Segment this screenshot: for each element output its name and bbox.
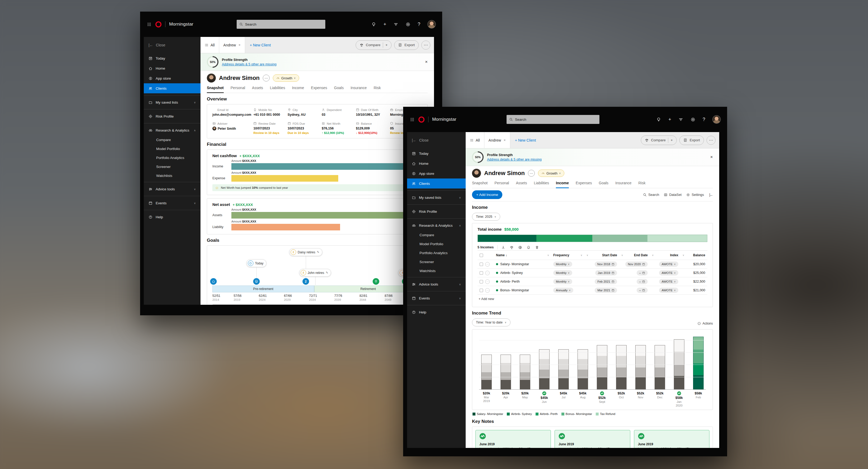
goal-tooltip-daisy-retires[interactable]: Daisy retires✎ <box>289 248 322 256</box>
client-more-button[interactable]: ⋯ <box>263 75 270 81</box>
trash-icon[interactable] <box>535 245 539 249</box>
table-row[interactable]: ⋯ Salary- Morningstar Monthly ∨ Nov 2018… <box>477 260 707 269</box>
bar-feb[interactable] <box>693 337 704 390</box>
banner-close-icon[interactable]: × <box>425 59 428 65</box>
new-client-button[interactable]: + New Client <box>510 132 541 148</box>
add-new-row-button[interactable]: + Add new <box>477 295 707 303</box>
bar-may[interactable] <box>520 355 530 390</box>
user-avatar[interactable] <box>712 115 721 124</box>
bar-jun[interactable] <box>539 349 550 390</box>
risk-profile-pill[interactable]: Growth ∨ <box>538 169 564 177</box>
plus-icon[interactable]: + <box>668 117 671 122</box>
key-note-card[interactable]: June 2019 Income is up by 100% from 20k … <box>634 430 709 448</box>
index-dropdown[interactable]: AWOTE ∨ <box>659 262 678 267</box>
sidebar-subitem-portfolio-analytics[interactable]: Portfolio Analytics <box>407 248 466 257</box>
index-dropdown[interactable]: AWOTE ∨ <box>659 279 678 284</box>
column-header-balance[interactable]: ∨Balance <box>680 253 707 257</box>
sidebar-subitem-model-portfolio[interactable]: Model Portfolio <box>144 144 200 153</box>
frequency-dropdown[interactable]: Annually ∨ <box>553 288 573 293</box>
banner-close-icon[interactable]: × <box>710 155 713 160</box>
sidebar-close-button[interactable]: |←Close <box>144 37 200 53</box>
sidebar-item-my-saved-lists[interactable]: My saved lists∨ <box>407 193 466 202</box>
question-icon[interactable]: ? <box>703 117 705 122</box>
tab-risk[interactable]: Risk <box>374 83 381 93</box>
milestone-icon[interactable] <box>597 391 607 396</box>
tab-client-andrew[interactable]: Andrew× <box>485 132 510 148</box>
sidebar-subitem-screener[interactable]: Screener <box>144 162 200 171</box>
goal-tooltip-today[interactable]: Today <box>246 259 266 267</box>
sidebar-item-research-analytics[interactable]: Research & Analytics∧ <box>407 221 466 230</box>
start-date-picker[interactable]: Mar 2021 <box>595 288 617 293</box>
sidebar-item-advice-tools[interactable]: Advice tools∨ <box>144 184 200 194</box>
column-header-index[interactable]: ∨Index <box>650 253 680 257</box>
tab-goals[interactable]: Goals <box>599 179 609 188</box>
row-more-icon[interactable]: ⋯ <box>485 271 490 275</box>
sidebar-item-research-analytics[interactable]: Research & Analytics∧ <box>144 125 200 135</box>
end-date-picker[interactable]: Nov 2020 <box>625 262 648 267</box>
bar-nov[interactable] <box>635 345 646 390</box>
tab-expenses[interactable]: Expenses <box>311 83 327 93</box>
key-note-card[interactable]: June 2019 Income is up by 100% from 20k … <box>555 430 630 448</box>
sidebar-item-clients[interactable]: Clients <box>144 83 200 93</box>
tab-liabilities[interactable]: Liabilities <box>534 179 549 188</box>
compare-add-icon[interactable]: + <box>671 138 673 142</box>
sidebar-item-home[interactable]: Home <box>407 159 466 168</box>
column-header-name[interactable]: Name ↓∨ <box>494 253 551 257</box>
tab-insurance[interactable]: Insurance <box>615 179 631 188</box>
sidebar-subitem-screener[interactable]: Screener <box>407 257 466 266</box>
row-more-icon[interactable]: ⋯ <box>485 288 490 293</box>
tab-income[interactable]: Income <box>556 179 569 188</box>
tab-expenses[interactable]: Expenses <box>576 179 592 188</box>
start-date-picker[interactable]: Nov 2018 <box>595 262 617 267</box>
dataset-tool-button[interactable]: DataSet <box>664 193 681 197</box>
frequency-dropdown[interactable]: Monthly ∨ <box>553 270 572 275</box>
column-filter-icon[interactable]: ∨ <box>652 254 654 257</box>
sidebar-item-app-store[interactable]: App store <box>407 168 466 178</box>
edit-icon[interactable]: ✎ <box>326 271 328 274</box>
more-actions-button[interactable]: ⋯ <box>707 136 715 145</box>
risk-profile-pill[interactable]: Growth ∨ <box>273 74 299 82</box>
missing-details-link[interactable]: Address details & 5 other are missing <box>222 63 277 66</box>
sidebar-item-help[interactable]: Help <box>407 307 466 317</box>
sidebar-subitem-watchlists[interactable]: Watchlists <box>407 266 466 275</box>
sidebar-subitem-model-portfolio[interactable]: Model Portfolio <box>407 239 466 248</box>
tab-assets[interactable]: Assets <box>252 83 263 93</box>
missing-details-link[interactable]: Address details & 5 other are missing <box>487 158 541 161</box>
tab-liabilities[interactable]: Liabilities <box>270 83 285 93</box>
select-all-checkbox[interactable] <box>479 254 483 257</box>
search-tool-button[interactable]: Search <box>643 193 659 197</box>
row-checkbox[interactable] <box>479 271 483 275</box>
row-checkbox[interactable] <box>479 289 483 292</box>
compare-add-icon[interactable]: + <box>385 43 388 47</box>
sidebar-close-button[interactable]: |←Close <box>407 132 466 148</box>
sidebar-item-events[interactable]: Events∨ <box>144 198 200 208</box>
bar-jan-2020[interactable] <box>674 339 684 390</box>
plus-icon[interactable]: + <box>383 22 386 27</box>
trend-time-filter-dropdown[interactable]: Time: Year to date ∨ <box>472 319 510 326</box>
start-date-picker[interactable]: Feb 2021 <box>595 279 617 284</box>
tab-snapshot[interactable]: Snapshot <box>207 83 224 93</box>
column-header-start-date[interactable]: ∨Start Date <box>584 253 619 257</box>
milestone-icon[interactable] <box>674 391 684 396</box>
goal-marker-location-goal[interactable] <box>373 278 379 285</box>
scales-icon[interactable] <box>510 245 514 249</box>
key-note-card[interactable]: June 2019 Income is up by 100% from 20k … <box>475 430 551 448</box>
frequency-dropdown[interactable]: Monthly ∨ <box>553 262 572 267</box>
question-icon[interactable]: ? <box>417 22 420 27</box>
tab-personal[interactable]: Personal <box>494 179 509 188</box>
sidebar-item-risk-profile[interactable]: Risk Profile <box>144 111 200 121</box>
sidebar-subitem-portfolio-analytics[interactable]: Portfolio Analytics <box>144 153 200 162</box>
start-date-picker[interactable]: Jan 2019 <box>595 270 617 275</box>
sidebar-item-advice-tools[interactable]: Advice tools∨ <box>407 279 466 289</box>
compare-button[interactable]: Compare + <box>641 135 677 145</box>
column-header-frequency[interactable]: Frequency∨ <box>551 253 584 257</box>
goal-marker-vehicle-goal[interactable] <box>253 278 259 285</box>
tab-assets[interactable]: Assets <box>516 179 527 188</box>
client-more-button[interactable]: ⋯ <box>528 170 535 177</box>
gear-icon[interactable] <box>405 22 410 27</box>
milestone-icon[interactable] <box>539 391 550 396</box>
bar-jul[interactable] <box>558 349 569 390</box>
sidebar-subitem-compare[interactable]: Compare <box>144 135 200 144</box>
row-checkbox[interactable] <box>479 263 483 266</box>
column-filter-icon[interactable]: ∨ <box>547 254 549 257</box>
